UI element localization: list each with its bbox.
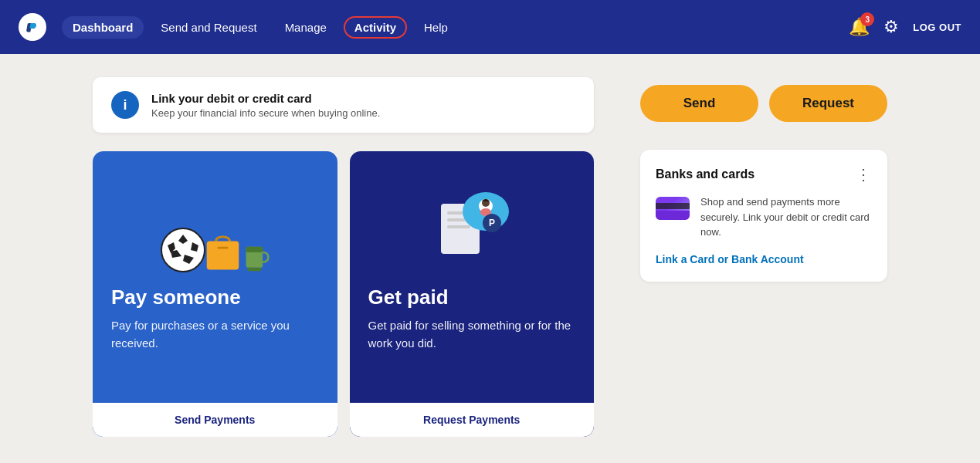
get-paid-card-title: Get paid <box>368 286 576 309</box>
svg-rect-14 <box>447 225 470 228</box>
info-icon: i <box>111 91 139 119</box>
banks-header: Banks and cards ⋮ <box>656 165 872 184</box>
send-payments-button[interactable]: Send Payments <box>93 403 337 437</box>
shopping-bag-icon <box>202 227 244 273</box>
pay-illustration <box>111 173 319 273</box>
link-card-text: Link your debit or credit card Keep your… <box>151 92 380 119</box>
svg-rect-7 <box>217 247 228 249</box>
get-paid-illustration-icon: P <box>426 177 518 269</box>
get-paid-card: P Get paid Get paid for selling somethin… <box>350 151 595 437</box>
link-card-title: Link your debit or credit card <box>151 92 380 105</box>
request-payments-button[interactable]: Request Payments <box>350 403 595 437</box>
svg-rect-13 <box>447 218 467 221</box>
banks-title: Banks and cards <box>656 167 754 181</box>
banks-description: Shop and send payments more securely. Li… <box>700 194 872 240</box>
right-panel: Send Request Banks and cards ⋮ Shop and … <box>640 77 887 440</box>
banks-body: Shop and send payments more securely. Li… <box>656 194 872 240</box>
nav-dashboard[interactable]: Dashboard <box>62 16 144 39</box>
get-paid-card-desc: Get paid for selling something or for th… <box>368 317 576 387</box>
soccer-ball-icon <box>160 227 206 273</box>
banks-section: Banks and cards ⋮ Shop and send payments… <box>640 150 887 282</box>
notifications-bell[interactable]: 🔔 3 <box>849 17 870 37</box>
settings-gear-icon[interactable]: ⚙ <box>883 17 899 37</box>
nav-activity[interactable]: Activity <box>344 16 407 39</box>
svg-rect-6 <box>206 241 239 269</box>
send-button[interactable]: Send <box>640 85 758 122</box>
left-panel: i Link your debit or credit card Keep yo… <box>93 77 594 440</box>
cards-row: Pay someone Pay for purchases or a servi… <box>93 151 594 437</box>
coffee-cup-icon <box>243 238 270 273</box>
main-content: i Link your debit or credit card Keep yo… <box>0 54 980 463</box>
link-card-subtitle: Keep your financial info secure when buy… <box>151 107 380 119</box>
svg-rect-9 <box>246 247 263 252</box>
nav-help[interactable]: Help <box>413 16 459 39</box>
nav-send-request[interactable]: Send and Request <box>150 16 267 39</box>
banks-menu-icon[interactable]: ⋮ <box>856 165 872 184</box>
link-card-banner: i Link your debit or credit card Keep yo… <box>93 77 594 133</box>
svg-rect-10 <box>247 268 261 272</box>
nav-manage[interactable]: Manage <box>274 16 337 39</box>
pay-card-title: Pay someone <box>111 286 319 309</box>
paypal-logo[interactable] <box>19 13 46 41</box>
navbar: Dashboard Send and Request Manage Activi… <box>0 0 980 54</box>
get-paid-illustration: P <box>368 173 576 273</box>
logout-button[interactable]: LOG OUT <box>913 22 961 33</box>
credit-card-icon <box>656 197 690 220</box>
pay-someone-card: Pay someone Pay for purchases or a servi… <box>93 151 337 437</box>
link-card-bank-button[interactable]: Link a Card or Bank Account <box>656 253 804 265</box>
svg-text:P: P <box>489 218 495 228</box>
action-buttons: Send Request <box>640 85 887 122</box>
navbar-right: 🔔 3 ⚙ LOG OUT <box>849 17 961 37</box>
request-button[interactable]: Request <box>769 85 887 122</box>
pay-card-desc: Pay for purchases or a service you recei… <box>111 317 319 387</box>
notification-badge: 3 <box>860 12 874 26</box>
